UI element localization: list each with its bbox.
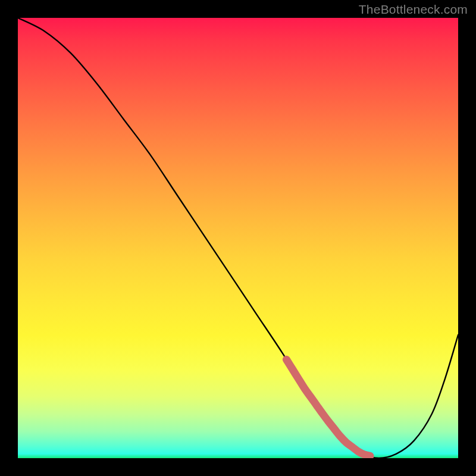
watermark-text: TheBottleneck.com	[359, 2, 468, 17]
chart-container: TheBottleneck.com	[0, 0, 476, 476]
flat-band-highlight	[18, 18, 458, 458]
plot-area	[18, 18, 458, 458]
